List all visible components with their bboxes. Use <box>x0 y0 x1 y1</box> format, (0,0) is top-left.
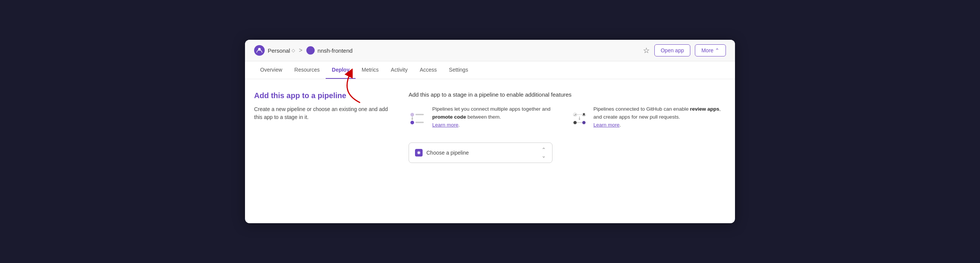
svg-text:⎇: ⎇ <box>574 114 576 116</box>
svg-point-11 <box>583 113 585 115</box>
user-avatar <box>254 45 265 56</box>
personal-chevron-icon: ◇ <box>291 48 295 53</box>
personal-label: Personal <box>268 47 290 54</box>
nav-tabs: Overview Resources Deploy Metrics Activi… <box>245 61 735 79</box>
panel-description: Create a new pipeline or choose an exist… <box>254 105 390 121</box>
breadcrumb-repo: nnsh-frontend <box>318 47 353 54</box>
svg-point-21 <box>418 151 420 154</box>
tab-activity[interactable]: Activity <box>385 61 414 79</box>
svg-point-18 <box>582 121 586 124</box>
breadcrumb-personal[interactable]: Personal ◇ <box>268 47 295 54</box>
svg-point-12 <box>583 115 584 116</box>
tab-overview[interactable]: Overview <box>254 61 288 79</box>
tab-resources[interactable]: Resources <box>288 61 326 79</box>
svg-rect-3 <box>415 114 424 115</box>
tab-settings[interactable]: Settings <box>443 61 474 79</box>
svg-marker-16 <box>579 119 581 120</box>
learn-more-review[interactable]: Learn more <box>593 122 619 128</box>
feature-card-review: ⎇ <box>572 105 726 132</box>
svg-point-13 <box>584 115 585 116</box>
header-actions: ☆ Open app More ⌃ <box>643 44 726 56</box>
svg-marker-5 <box>411 119 414 120</box>
tab-deploy[interactable]: Deploy <box>326 61 356 79</box>
learn-more-promote[interactable]: Learn more <box>432 122 458 128</box>
main-content: Add this app to a pipeline Create a new … <box>245 79 735 223</box>
feature-card-promote: Pipelines let you connect multiple apps … <box>409 105 563 132</box>
feature-text-review: Pipelines connected to GitHub can enable… <box>593 105 726 129</box>
pipeline-github-illustration: ⎇ <box>572 105 588 132</box>
pipeline-select-icon <box>415 149 423 156</box>
right-panel: Add this app to a stage in a pipeline to… <box>409 91 726 211</box>
header-bar: Personal ◇ > nnsh-frontend ☆ Open app Mo… <box>245 40 735 61</box>
pipeline-select-placeholder: Choose a pipeline <box>426 150 538 156</box>
tab-metrics[interactable]: Metrics <box>356 61 385 79</box>
svg-rect-7 <box>415 122 424 123</box>
open-app-button[interactable]: Open app <box>654 44 691 56</box>
pipeline-select-chevron-icon: ⌃⌄ <box>541 147 546 159</box>
repo-icon <box>306 46 315 54</box>
tab-access[interactable]: Access <box>414 61 443 79</box>
pipeline-promote-illustration <box>409 105 427 132</box>
svg-point-17 <box>573 121 577 124</box>
svg-point-2 <box>410 113 414 117</box>
features-grid: Pipelines let you connect multiple apps … <box>409 105 726 132</box>
pipeline-selector[interactable]: Choose a pipeline ⌃⌄ <box>409 142 552 163</box>
app-window: Personal ◇ > nnsh-frontend ☆ Open app Mo… <box>245 40 735 223</box>
feature-text-promote: Pipelines let you connect multiple apps … <box>432 105 563 129</box>
left-panel: Add this app to a pipeline Create a new … <box>254 91 390 211</box>
header-breadcrumb: Personal ◇ > nnsh-frontend <box>254 45 640 56</box>
star-icon[interactable]: ☆ <box>643 46 650 55</box>
panel-title: Add this app to a pipeline <box>254 91 390 100</box>
more-button[interactable]: More ⌃ <box>695 44 726 56</box>
svg-point-6 <box>410 121 414 125</box>
right-panel-title: Add this app to a stage in a pipeline to… <box>409 91 726 98</box>
breadcrumb-separator: > <box>299 47 302 54</box>
